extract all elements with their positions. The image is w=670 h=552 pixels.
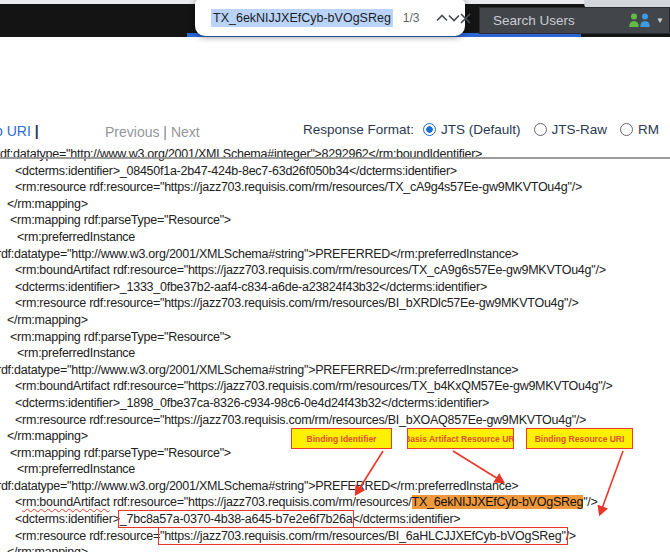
find-next-button[interactable] [448,7,460,29]
xml-text: <rm:resource rdf:resource="https://jazz7… [15,180,582,194]
find-query-input[interactable]: TX_6ekNIJJXEfCyb-bVOgSReg [211,9,393,27]
xml-text: </rm:mapping> [7,545,88,552]
xml-text: <rm:mapping rdf:parseType="Resource"> [10,446,231,460]
next-link[interactable]: Next [171,124,200,140]
radio-rm[interactable]: RM [620,122,659,137]
radio-unselected-icon[interactable] [620,123,633,136]
xml-line: <rm:resource rdf:resource="https://jazz7… [0,528,670,545]
radio-jts-default[interactable]: JTS (Default) [423,122,521,137]
xml-text: <dcterms:identifier> [15,512,120,526]
xml-text: <rm:preferredInstance [17,462,135,476]
xml-text: <rm:preferredInstance [17,230,135,244]
xml-line: </rm:mapping> [0,196,670,213]
annotation-binding-resource-uri: Binding Resource URI [526,428,633,449]
xml-content: rdf:datatype="http://www.w3.org/2001/XML… [0,146,670,552]
pagination-links: Previous | Next [105,124,200,140]
find-previous-button[interactable] [436,7,448,29]
find-match-highlight: TX_6ekNIJJXEfCyb-bVOgSReg [412,495,584,509]
xml-line: <rm:boundArtifact rdf:resource="https://… [0,262,670,279]
xml-text: rdf:datatype="http://www.w3.org/2001/XML… [0,479,518,493]
find-close-button[interactable] [460,7,471,29]
xml-line: <rm:boundArtifact rdf:resource="https://… [0,378,670,395]
xml-line: <dcterms:identifier>_7bc8a57a-0370-4b38-… [0,511,670,528]
xml-line: <rm:mapping rdf:parseType="Resource"> [0,329,670,346]
previous-link[interactable]: Previous [105,124,159,140]
xml-text: <rm:boundArtifact rdf:resource="https://… [15,379,613,393]
user-search-box[interactable]: Search Users ▼ [479,7,670,34]
xml-text: "/> [583,495,597,509]
xml-line: </rm:mapping> [0,312,670,329]
radio-unselected-icon[interactable] [534,123,547,136]
xml-text: </rm:mapping> [7,429,88,443]
annotation-red-box: "https://jazz703.requisis.com/rm/resourc… [160,529,566,543]
xml-line: </rm:mapping> [0,544,670,552]
xml-line: rdf:datatype="http://www.w3.org/2001/XML… [0,362,670,379]
xml-line: <rm:preferredInstance [0,345,670,362]
users-icon [628,13,652,28]
xml-line: rdf:datatype="http://www.w3.org/2001/XML… [0,146,670,163]
xml-text: </dcterms:identifier> [352,512,460,526]
radio-selected-icon[interactable] [423,123,436,136]
xml-text: rdf:datatype="http://www.w3.org/2001/XML… [0,247,518,261]
xml-line: rdf:datatype="http://www.w3.org/2001/XML… [0,478,670,495]
dropdown-caret-icon[interactable]: ▼ [656,16,664,25]
xml-text: <rm:mapping rdf:parseType="Resource"> [10,213,231,227]
annotation-basis-artifact-resource-uri: Basis Artifact Resource URI [407,428,514,449]
browser-window: TX_6ekNIJJXEfCyb-bVOgSReg 1/3 Search Use… [0,0,670,552]
xml-line: rdf:datatype="http://www.w3.org/2001/XML… [0,246,670,263]
xml-text: </rm:mapping> [7,197,88,211]
xml-text: rm:boundArtifact [22,495,110,509]
xml-text: <dcterms:identifier>_1333_0fbe37b2-aaf4-… [15,280,487,294]
chevron-up-icon [436,14,448,22]
find-match-count: 1/3 [403,11,420,25]
xml-line: <rm:resource rdf:resource="https://jazz7… [0,179,670,196]
xml-line: <rm:mapping rdf:parseType="Resource"> [0,212,670,229]
response-format-group: Response Format: JTS (Default) JTS-Raw R… [303,122,670,137]
xml-text: <dcterms:identifier>_1898_0fbe37ca-8326-… [15,396,489,410]
xml-text: /> [566,529,576,543]
xml-line: <dcterms:identifier>_1333_0fbe37b2-aaf4-… [0,279,670,296]
uri-link[interactable]: o URI | [0,123,39,139]
xml-text: rdf:datatype="http://www.w3.org/2001/XML… [0,147,482,161]
xml-text: <rm:resource rdf:resource= [15,529,160,543]
xml-text: </rm:mapping> [7,313,88,327]
xml-text: <rm:preferredInstance [17,346,135,360]
response-format-label: Response Format: [303,122,414,137]
divider: | [35,123,39,139]
radio-jts-raw[interactable]: JTS-Raw [534,122,608,137]
xml-text: < [15,495,22,509]
xml-line: <rm:preferredInstance [0,461,670,478]
xml-text: <rm:mapping rdf:parseType="Resource"> [10,330,231,344]
xml-text: <rm:resource rdf:resource="https://jazz7… [15,296,578,310]
xml-line: <rm:resource rdf:resource="https://jazz7… [0,412,670,429]
annotation-red-box: _7bc8a57a-0370-4b38-a645-b7e2e6f7b26a [120,512,353,526]
xml-text: <dcterms:identifier>_08450f1a-2b47-424b-… [15,164,457,178]
content-clip-rule [0,157,670,159]
find-in-page-bar: TX_6ekNIJJXEfCyb-bVOgSReg 1/3 [195,0,465,36]
xml-line: <dcterms:identifier>_08450f1a-2b47-424b-… [0,163,670,180]
divider: | [163,124,167,140]
xml-line: <rm:preferredInstance [0,229,670,246]
close-icon [460,13,471,24]
xml-text: rdf:resource="https://jazz703.requisis.c… [110,495,412,509]
chevron-down-icon [448,14,460,22]
search-users-placeholder: Search Users [480,13,628,28]
xml-text: rdf:datatype="http://www.w3.org/2001/XML… [0,363,518,377]
xml-line: <rm:resource rdf:resource="https://jazz7… [0,295,670,312]
xml-line: <rm:boundArtifact rdf:resource="https://… [0,494,670,511]
xml-text: <rm:boundArtifact rdf:resource="https://… [15,263,606,277]
xml-text: <rm:resource rdf:resource="https://jazz7… [15,413,586,427]
xml-line: <dcterms:identifier>_1898_0fbe37ca-8326-… [0,395,670,412]
annotation-binding-identifier: Binding Identifier [291,428,392,449]
